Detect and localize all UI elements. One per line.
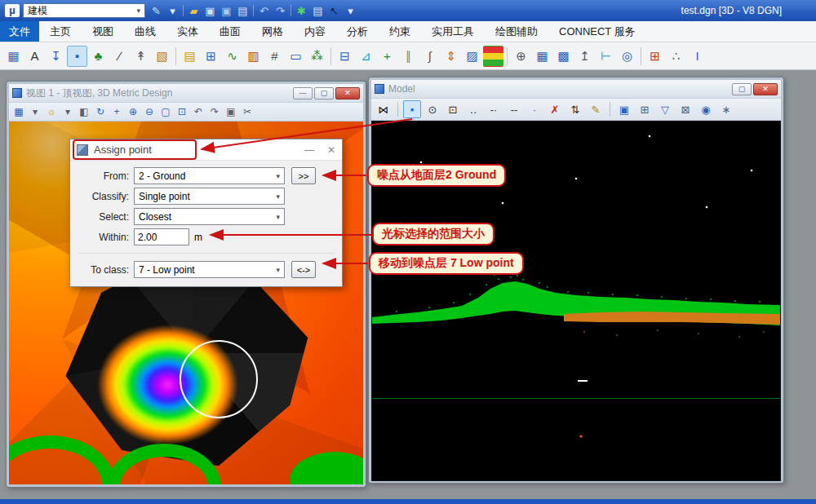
dropdown-caret-icon[interactable]: ▾ [60,104,75,119]
rotate-view-icon[interactable]: ↻ [93,104,108,119]
forest-tool-icon[interactable]: ⁂ [307,46,327,67]
export-tool-icon[interactable]: ↥ [574,46,595,67]
tab-constraints[interactable]: 约束 [379,21,421,42]
next-view-icon[interactable]: ↷ [207,104,222,119]
nodes-tool-icon[interactable]: ∴ [666,46,686,67]
network-tool-icon[interactable]: ⊞ [645,46,665,67]
block-points-icon[interactable]: ⊡ [444,100,462,118]
minimize-button[interactable]: — [293,87,313,99]
arrange-tool-icon[interactable]: ⇕ [441,46,461,67]
pan-view-icon[interactable]: + [109,104,124,119]
assign-point-titlebar[interactable]: Assign point — ✕ [70,139,342,161]
new-file-icon[interactable]: ✱ [294,2,309,19]
globe-tool-icon[interactable]: ◎ [617,46,637,67]
redo-icon[interactable]: ↷ [273,2,288,19]
triangulate-icon[interactable]: ⋈ [375,100,392,118]
select-dropdown[interactable]: Closest [134,208,285,225]
dialog-close-button[interactable]: ✕ [327,144,335,156]
tab-curves[interactable]: 曲线 [124,21,166,42]
model-titlebar[interactable]: Model ▢ ✕ [371,80,781,98]
to-class-apply-button[interactable]: <-> [291,261,316,278]
save-icon[interactable]: ▣ [202,2,218,19]
profile-tool-icon[interactable]: ⊿ [356,46,376,67]
print-icon[interactable]: ▤ [310,2,326,19]
adjust-view-icon[interactable]: ◧ [77,104,91,119]
maximize-button[interactable]: ▢ [732,83,752,95]
fence-tool-icon[interactable]: ▦ [3,46,24,67]
tab-drawing-aids[interactable]: 绘图辅助 [485,21,548,42]
single-point-select-icon[interactable]: ▪ [403,100,421,118]
tab-surfaces[interactable]: 曲面 [209,21,251,42]
fit-view-icon[interactable]: ▢ [158,104,173,119]
tab-analyze[interactable]: 分析 [336,21,379,42]
classify-dropdown[interactable]: Single point [134,188,285,205]
compress-icon[interactable]: ▤ [235,2,251,19]
tab-connect-services[interactable]: CONNECT 服务 [548,21,646,42]
view-attributes-icon[interactable]: ▦ [11,104,26,119]
levels-icon[interactable]: ▤ [180,46,200,67]
dropdown-caret-icon[interactable]: ▾ [343,2,358,19]
curve-tool-icon[interactable]: ∫ [419,46,440,67]
table-tool-icon[interactable]: ▦ [532,46,552,67]
tree-tool-icon[interactable]: ♣ [88,46,109,67]
copy-region-icon[interactable]: ⊞ [636,100,654,118]
tab-file[interactable]: 文件 [0,21,39,42]
display-style-icon[interactable]: ☼ [44,104,59,119]
pen-tool-icon[interactable]: ✎ [149,2,164,19]
point-tool-icon[interactable]: ▪ [67,46,87,67]
view1-titlebar[interactable]: 视图 1 - 顶视图, 3D Metric Design — ▢ ✕ [9,84,363,102]
open-folder-icon[interactable]: ▰ [186,2,202,19]
save-settings-icon[interactable]: ▣ [219,2,234,19]
point-icon[interactable]: · [526,100,543,118]
dialog-minimize-button[interactable]: — [304,144,314,156]
report-tool-icon[interactable]: ▥ [243,46,264,67]
element-selection-icon[interactable]: ↖ [326,2,342,19]
close-button[interactable]: ✕ [335,87,360,99]
undo-icon[interactable]: ↶ [256,2,272,19]
tab-content[interactable]: 内容 [294,21,336,42]
tab-mesh[interactable]: 网格 [251,21,294,42]
place-text-icon[interactable]: A [24,46,45,67]
dropdown-caret-icon[interactable]: ▾ [28,104,42,119]
window-area-icon[interactable]: ⊡ [175,104,189,119]
offset-tool-icon[interactable]: ∥ [398,46,419,67]
within-input[interactable] [134,228,189,245]
camera-view-icon[interactable]: ◉ [697,100,715,118]
colorbar-tool-icon[interactable] [483,46,503,67]
circle-points-icon[interactable]: ⊙ [424,100,441,118]
dash-dot-icon[interactable]: -· [485,100,503,118]
to-class-dropdown[interactable]: 7 - Low point [134,261,285,278]
from-apply-button[interactable]: >> [291,167,316,184]
zoom-in-icon[interactable]: ⊕ [126,104,140,119]
zoom-out-icon[interactable]: ⊖ [142,104,157,119]
raster-tool-icon[interactable]: ▧ [152,46,172,67]
tower-tool-icon[interactable]: ↟ [131,46,151,67]
close-button[interactable]: ✕ [753,83,778,95]
dimension-tool-icon[interactable]: ↧ [46,46,66,67]
tab-home[interactable]: 主页 [39,21,82,42]
classify-brush-icon[interactable]: ✎ [587,100,605,118]
measure-tool-icon[interactable]: ⊢ [596,46,616,67]
named-boundary-icon[interactable]: ▣ [615,100,633,118]
line-points-icon[interactable]: ‥ [464,100,482,118]
dropdown-caret-icon[interactable]: ▾ [165,2,180,19]
tab-solids[interactable]: 实体 [166,21,209,42]
attach-tool-icon[interactable]: ⊕ [511,46,531,67]
mesh-tool-icon[interactable]: ▩ [553,46,574,67]
workspace-dropdown[interactable]: 建模 [23,3,145,18]
clip-region-icon[interactable]: ⊠ [676,100,694,118]
snap-points-icon[interactable]: ⇅ [566,100,584,118]
from-dropdown[interactable]: 2 - Ground [134,167,285,184]
clip-volume-icon[interactable]: ✂ [240,104,255,119]
terrain-tool-icon[interactable]: ∿ [222,46,242,67]
filter-icon[interactable]: ▽ [656,100,674,118]
dash-dash-icon[interactable]: -- [505,100,523,118]
settings-icon[interactable]: ∗ [717,100,735,118]
hatch-tool-icon[interactable]: ▨ [462,46,482,67]
delete-points-icon[interactable]: ✗ [546,100,564,118]
tab-view[interactable]: 视图 [82,21,124,42]
italic-tool-icon[interactable]: I [687,46,707,67]
tab-utilities[interactable]: 实用工具 [421,21,485,42]
copy-view-icon[interactable]: ▣ [224,104,238,119]
grid-tool-icon[interactable]: # [264,46,285,67]
